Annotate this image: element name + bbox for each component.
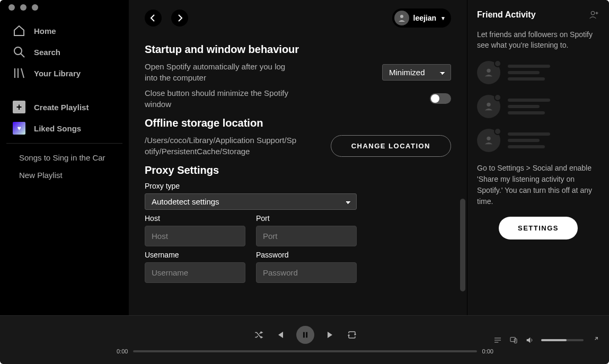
nav-label: Your Library xyxy=(34,69,81,78)
volume-slider[interactable] xyxy=(541,339,584,341)
friend-hint: Go to Settings > Social and enable 'Shar… xyxy=(477,163,599,207)
section-heading-startup: Startup and window behaviour xyxy=(145,43,451,56)
chevron-left-icon xyxy=(149,14,157,22)
user-icon xyxy=(483,67,495,78)
username: leejian xyxy=(413,14,437,22)
username-label: Username xyxy=(145,251,245,259)
svg-point-6 xyxy=(591,11,595,15)
svg-point-10 xyxy=(487,103,490,106)
settings-scroll[interactable]: Startup and window behaviour Open Spotif… xyxy=(129,32,467,315)
previous-button[interactable] xyxy=(275,330,285,340)
friend-placeholder xyxy=(477,129,599,152)
storage-path: /Users/coco/Library/Application Support/… xyxy=(145,135,298,157)
playlist-item[interactable]: Songs to Sing in the Car xyxy=(19,149,110,166)
window-maximize[interactable] xyxy=(32,4,38,11)
sidebar: Home Search Your Library + Create Playli… xyxy=(0,0,129,315)
queue-button[interactable] xyxy=(493,336,502,344)
plus-icon: + xyxy=(13,101,25,113)
liked-songs[interactable]: ♥ Liked Songs xyxy=(0,118,129,139)
friend-placeholder xyxy=(477,95,599,118)
password-input[interactable] xyxy=(256,262,357,283)
time-duration: 0:00 xyxy=(482,348,493,354)
devices-button[interactable] xyxy=(509,336,518,344)
svg-point-0 xyxy=(14,47,22,55)
friend-activity-title: Friend Activity xyxy=(477,10,536,20)
window-controls xyxy=(0,4,129,18)
sidebar-item-library[interactable]: Your Library xyxy=(4,63,125,84)
username-input[interactable] xyxy=(145,262,245,283)
proxy-type-select[interactable]: Autodetect settings xyxy=(145,193,357,210)
friend-settings-button[interactable]: SETTINGS xyxy=(499,217,578,239)
play-pause-button[interactable] xyxy=(296,326,314,344)
section-heading-storage: Offline storage location xyxy=(145,117,451,129)
svg-point-9 xyxy=(487,69,490,73)
nav-label: Home xyxy=(34,26,56,35)
user-icon xyxy=(398,14,406,22)
caret-down-icon: ▼ xyxy=(440,15,446,21)
svg-line-19 xyxy=(595,337,598,340)
change-location-button[interactable]: CHANGE LOCATION xyxy=(331,135,451,157)
volume-icon[interactable] xyxy=(525,336,534,344)
friend-desc: Let friends and followers on Spotify see… xyxy=(477,30,599,50)
next-button[interactable] xyxy=(326,330,336,340)
chevron-right-icon xyxy=(175,14,184,22)
autostart-select[interactable]: Minimized xyxy=(382,64,451,81)
password-label: Password xyxy=(256,251,357,259)
repeat-button[interactable] xyxy=(347,330,357,340)
fullscreen-button[interactable] xyxy=(591,336,598,344)
user-menu[interactable]: leejian ▼ xyxy=(392,8,452,28)
search-icon xyxy=(13,46,25,58)
svg-point-11 xyxy=(487,137,490,140)
nav-label: Search xyxy=(34,48,60,57)
add-friend-icon[interactable] xyxy=(589,10,599,20)
progress-bar[interactable] xyxy=(133,350,476,352)
playlist-list: Songs to Sing in the Car New Playlist xyxy=(6,143,122,189)
user-icon xyxy=(483,101,495,112)
window-close[interactable] xyxy=(8,4,15,11)
playlist-item[interactable]: New Playlist xyxy=(19,166,110,184)
heart-icon: ♥ xyxy=(13,122,25,135)
nav-back-button[interactable] xyxy=(145,10,162,26)
sidebar-item-search[interactable]: Search xyxy=(4,41,125,63)
avatar xyxy=(394,11,409,25)
user-icon xyxy=(483,135,495,146)
autostart-description: Open Spotify automatically after you log… xyxy=(145,61,293,83)
player-bar: 0:00 0:00 xyxy=(0,315,609,364)
home-icon xyxy=(13,24,25,37)
main-content: leejian ▼ Startup and window behaviour O… xyxy=(129,0,467,315)
port-label: Port xyxy=(256,214,357,223)
svg-rect-17 xyxy=(510,337,515,341)
proxy-type-label: Proxy type xyxy=(145,182,451,190)
svg-rect-13 xyxy=(306,332,307,338)
close-minimize-toggle[interactable] xyxy=(430,93,451,104)
sidebar-item-home[interactable]: Home xyxy=(4,20,125,41)
time-elapsed: 0:00 xyxy=(117,348,128,354)
friend-activity-panel: Friend Activity Let friends and follower… xyxy=(467,0,609,315)
host-label: Host xyxy=(145,214,245,223)
svg-point-5 xyxy=(400,15,403,18)
friend-placeholder xyxy=(477,61,599,84)
host-input[interactable] xyxy=(145,226,245,246)
create-playlist[interactable]: + Create Playlist xyxy=(0,96,129,118)
shuffle-button[interactable] xyxy=(254,330,263,340)
port-input[interactable] xyxy=(256,226,357,246)
svg-rect-12 xyxy=(303,332,304,338)
section-heading-proxy: Proxy Settings xyxy=(145,164,451,176)
scrollbar[interactable] xyxy=(460,199,465,291)
nav-forward-button[interactable] xyxy=(171,10,188,26)
pause-icon xyxy=(302,331,309,339)
window-minimize[interactable] xyxy=(20,4,27,11)
close-minimize-description: Close button should minimize the Spotify… xyxy=(145,87,293,110)
svg-line-1 xyxy=(21,54,24,57)
svg-line-4 xyxy=(21,68,24,78)
library-icon xyxy=(13,67,25,79)
